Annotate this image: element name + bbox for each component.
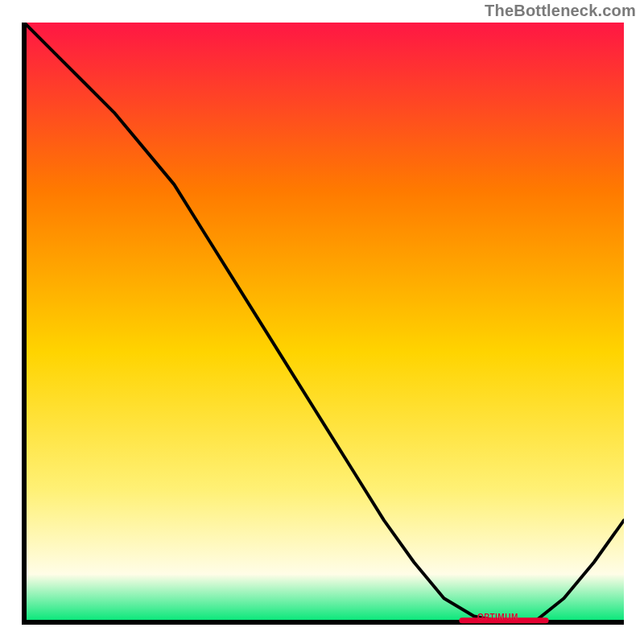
optimum-label: OPTIMUM (477, 613, 518, 621)
chart-stage: TheBottleneck.com OPTIM (0, 0, 644, 644)
plot-area: OPTIMUM (20, 23, 624, 626)
bottleneck-chart (20, 23, 624, 626)
attribution-text: TheBottleneck.com (485, 2, 636, 20)
